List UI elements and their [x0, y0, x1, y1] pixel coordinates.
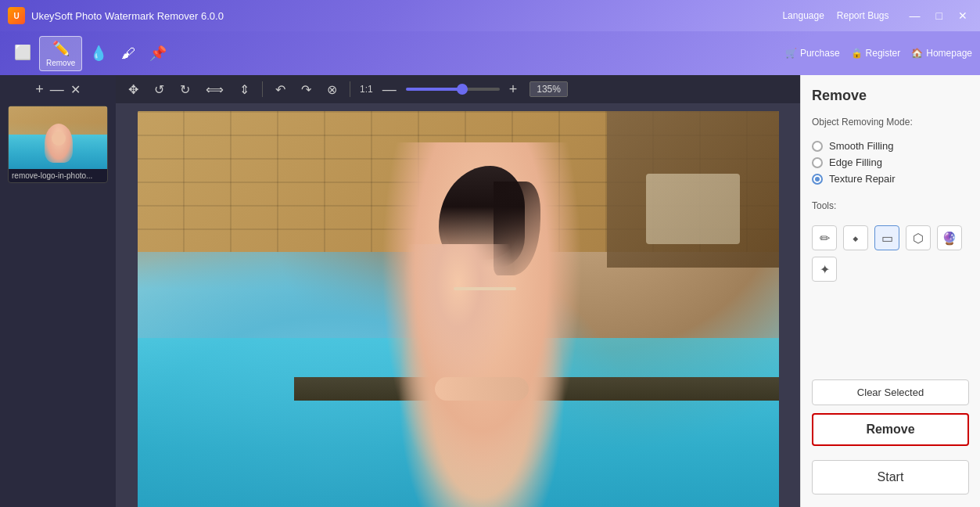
- tools-row: ✏ ⬥ ▭ ⬡ 🔮 ✦: [812, 225, 969, 282]
- star-icon: ✦: [820, 262, 830, 277]
- remove-tool-button[interactable]: ✏️ Remove: [39, 36, 82, 71]
- toolbar-separator: [262, 81, 263, 97]
- left-panel: + — ✕ remove-logo-in-photo...: [0, 75, 116, 507]
- fill-tool-button[interactable]: 💧: [84, 41, 113, 65]
- panel-spacer: [812, 289, 969, 372]
- bikini-strap: [454, 287, 516, 290]
- brush-tool-button[interactable]: 🖌: [115, 42, 142, 65]
- top-nav: 🛒 Purchase 🔒 Register 🏠 Homepage: [785, 48, 972, 59]
- close-button[interactable]: ✕: [953, 8, 972, 23]
- maximize-button[interactable]: □: [932, 8, 947, 23]
- flip-v-icon[interactable]: ⇕: [236, 81, 253, 99]
- star-tool[interactable]: ✦: [812, 257, 837, 282]
- title-bar-menu: Language Report Bugs: [782, 10, 888, 21]
- tool-buttons: ⬜ ✏️ Remove 💧 🖌 📌: [8, 36, 185, 71]
- thumbnail-image: [9, 106, 108, 169]
- lock-icon: 🔒: [851, 48, 863, 59]
- zoom-slider-thumb: [457, 84, 468, 95]
- remove-image-button[interactable]: —: [50, 81, 64, 98]
- redo-button[interactable]: ↷: [298, 81, 314, 99]
- window-controls: — □ ✕: [905, 8, 972, 23]
- woman-figure: [364, 142, 599, 507]
- rectangle-icon: ▭: [881, 231, 893, 246]
- flip-h-icon[interactable]: ⟺: [203, 81, 227, 99]
- smart-brush-tool[interactable]: ⬥: [843, 225, 868, 250]
- close-panel-button[interactable]: ✕: [70, 81, 81, 98]
- remove-button[interactable]: Remove: [812, 413, 969, 446]
- thumbnail-label: remove-logo-in-photo...: [9, 169, 107, 182]
- smooth-filling-radio[interactable]: [812, 141, 823, 152]
- left-panel-controls: + — ✕: [35, 81, 81, 98]
- home-icon: 🏠: [911, 48, 923, 59]
- image-canvas[interactable]: [138, 111, 779, 507]
- toolbar-area: ⬜ ✏️ Remove 💧 🖌 📌 🛒 Purchase 🔒 Register …: [0, 31, 980, 75]
- menu-report-bugs[interactable]: Report Bugs: [837, 10, 889, 21]
- zoom-out-button[interactable]: —: [379, 80, 400, 99]
- main-area: + — ✕ remove-logo-in-photo...: [0, 75, 980, 507]
- rotate-right-icon[interactable]: ↻: [177, 81, 193, 99]
- mode-radio-group: Smooth Filling Edge Filling Texture Repa…: [812, 140, 969, 185]
- edge-filling-option[interactable]: Edge Filling: [812, 156, 969, 168]
- menu-language[interactable]: Language: [782, 10, 824, 21]
- app-title: UkeySoft Photo Watermark Remover 6.0.0: [31, 10, 782, 22]
- clear-selected-button[interactable]: Clear Selected: [812, 379, 969, 405]
- picker-icon: 📌: [149, 45, 167, 62]
- thumbnail-item[interactable]: remove-logo-in-photo...: [8, 106, 108, 183]
- fill-icon: 💧: [90, 45, 107, 62]
- mode-label: Object Removing Mode:: [812, 117, 969, 128]
- zoom-level-display: 135%: [529, 81, 568, 97]
- zoom-ratio: 1:1: [360, 84, 373, 95]
- canvas-toolbar: ✥ ↺ ↻ ⟺ ⇕ ↶ ↷ ⊗ 1:1 — + 135%: [116, 75, 800, 103]
- panel-title: Remove: [812, 88, 969, 104]
- magic-wand-tool[interactable]: 🔮: [937, 225, 962, 250]
- crop-tool-button[interactable]: ⬜: [8, 41, 38, 66]
- shelf-object: [646, 174, 740, 244]
- move-icon[interactable]: ✥: [125, 81, 142, 99]
- app-logo: U: [8, 7, 25, 24]
- polygon-tool[interactable]: ⬡: [906, 225, 931, 250]
- edge-filling-radio[interactable]: [812, 157, 823, 168]
- magic-wand-icon: 🔮: [942, 231, 957, 246]
- texture-repair-option[interactable]: Texture Repair: [812, 173, 969, 185]
- add-image-button[interactable]: +: [35, 81, 44, 98]
- right-panel: Remove Object Removing Mode: Smooth Fill…: [800, 75, 980, 507]
- zoom-slider[interactable]: [406, 88, 500, 91]
- register-link[interactable]: 🔒 Register: [851, 48, 901, 59]
- eraser-icon: ✏️: [52, 40, 70, 57]
- brush-tool-icon: ✏: [820, 231, 830, 246]
- zoom-controls: 1:1 — +: [360, 80, 520, 99]
- edge-filling-label: Edge Filling: [829, 156, 882, 168]
- canvas-area[interactable]: ✥ ↺ ↻ ⟺ ⇕ ↶ ↷ ⊗ 1:1 — + 135%: [116, 75, 800, 507]
- smart-brush-icon: ⬥: [852, 231, 860, 245]
- polygon-icon: ⬡: [913, 231, 924, 246]
- minimize-button[interactable]: —: [905, 8, 925, 23]
- brush-icon: 🖌: [121, 45, 135, 62]
- tools-label: Tools:: [812, 200, 969, 211]
- crop-icon: ⬜: [14, 44, 31, 61]
- rotate-left-icon[interactable]: ↺: [151, 81, 167, 99]
- homepage-link[interactable]: 🏠 Homepage: [911, 48, 972, 59]
- arm: [435, 377, 529, 401]
- start-button[interactable]: Start: [812, 460, 969, 494]
- cancel-button[interactable]: ⊗: [324, 81, 340, 99]
- picker-tool-button[interactable]: 📌: [143, 41, 173, 65]
- zoom-in-button[interactable]: +: [506, 80, 521, 99]
- cart-icon: 🛒: [785, 48, 797, 59]
- rectangle-tool[interactable]: ▭: [874, 225, 899, 250]
- body: [380, 244, 537, 440]
- undo-button[interactable]: ↶: [272, 81, 289, 99]
- texture-repair-radio[interactable]: [812, 174, 823, 185]
- purchase-link[interactable]: 🛒 Purchase: [785, 48, 840, 59]
- smooth-filling-option[interactable]: Smooth Filling: [812, 140, 969, 152]
- toolbar-separator-2: [350, 81, 350, 97]
- smooth-filling-label: Smooth Filling: [829, 140, 893, 152]
- texture-repair-label: Texture Repair: [829, 173, 896, 185]
- title-bar: U UkeySoft Photo Watermark Remover 6.0.0…: [0, 0, 980, 31]
- brush-tool[interactable]: ✏: [812, 225, 837, 250]
